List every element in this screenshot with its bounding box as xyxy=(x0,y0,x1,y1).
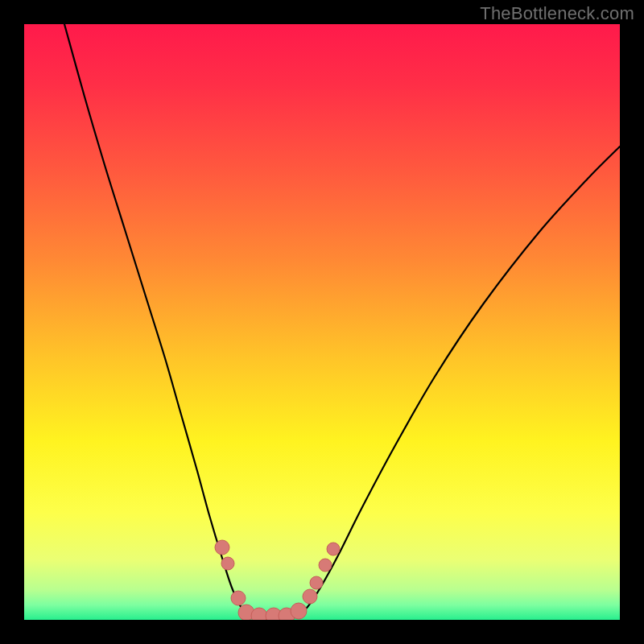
curve-marker xyxy=(215,540,229,555)
curve-marker xyxy=(221,557,234,570)
chart-frame: TheBottleneck.com xyxy=(0,0,644,644)
curve-marker xyxy=(251,608,267,620)
curve-layer xyxy=(24,24,620,620)
curve-marker xyxy=(231,591,246,605)
curve-marker xyxy=(291,603,307,619)
curve-marker xyxy=(303,589,317,604)
bottleneck-curve xyxy=(64,24,620,620)
curve-marker xyxy=(310,576,323,589)
curve-marker xyxy=(327,543,340,555)
plot-area xyxy=(24,24,620,620)
watermark-text: TheBottleneck.com xyxy=(480,3,634,24)
curve-marker xyxy=(319,559,332,572)
curve-markers xyxy=(215,540,340,620)
